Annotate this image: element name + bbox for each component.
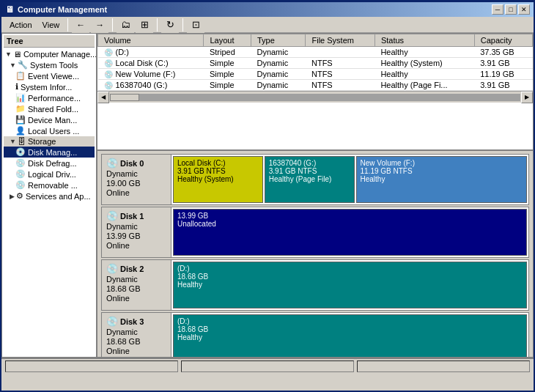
disk0-c-sub2: Healthy (System) [177,175,259,183]
disk2-size: 18.68 GB [106,284,166,293]
disk-row-1: 💿 Disk 1 Dynamic 13.99 GB Online 13.99 G… [101,207,529,258]
maximize-button[interactable]: □ [505,4,517,15]
disk3-type: Dynamic [106,328,166,336]
disk0-part-f[interactable]: New Volume (F:) 11.19 GB NTFS Healthy [356,156,528,203]
tree-label-diskdefrag: Disk Defrag... [28,159,77,168]
toolbar-extra[interactable]: ⊡ [187,17,204,33]
tree-item-performance[interactable]: 📊 Performance... [4,92,95,103]
disk0-part-g[interactable]: 16387040 (G:) 3.91 GB NTFS Healthy (Page… [265,156,355,203]
tree-item-logicaldriv[interactable]: 💿 Logical Driv... [4,169,95,180]
tree-label-localusers: Local Users ... [28,127,79,136]
tree-item-localusers[interactable]: 👤 Local Users ... [4,125,95,136]
disk-list-top: Volume Layout Type File System Status Ca… [97,34,533,151]
disk1-status: Online [106,241,166,250]
status-section-1 [5,360,178,372]
disk0-g-label: 16387040 (G:) [269,159,350,167]
menu-action[interactable]: Action [5,19,37,31]
tree-item-diskdefrag[interactable]: 💿 Disk Defrag... [4,158,95,169]
toolbar-separator [112,18,113,32]
disk0-size: 19.00 GB [106,179,166,188]
tree-item-deviceman[interactable]: 💾 Device Man... [4,114,95,125]
table-row[interactable]: 💿16387040 (G:) Simple Dynamic NTFS Healt… [98,80,533,91]
title-bar: 🖥 Computer Management ─ □ ✕ [1,2,534,17]
toolbar-forward[interactable]: → [91,17,108,33]
tree-item-removable[interactable]: 💿 Removable ... [4,180,95,191]
col-layout: Layout [204,34,251,47]
tree-label-services: Services and Ap... [26,192,91,201]
main-container: Tree ▼ 🖥 Computer Manage... ▼ 🔧 System T… [1,33,534,358]
tree-item-computer[interactable]: ▼ 🖥 Computer Manage... [4,49,95,59]
disk1-partitions: 13.99 GB Unallocated [171,207,528,257]
tree-item-sharedfolder[interactable]: 📁 Shared Fold... [4,103,95,114]
status-bar [1,358,534,374]
disk2-status: Online [106,294,166,303]
toolbar-refresh[interactable]: ↻ [161,17,179,33]
tree-item-diskmanag[interactable]: 💿 Disk Manag... [4,147,95,158]
row0-icon: 💿 [104,48,113,56]
sysinfo-icon: ℹ [15,82,18,92]
disk0-c-sub1: 3.91 GB NTFS [177,167,259,175]
tree-item-sysinfo[interactable]: ℹ System Infor... [4,81,95,92]
tree-label-performance: Performance... [28,94,81,103]
col-volume: Volume [98,34,204,47]
disk0-g-sub2: Healthy (Page File) [269,175,350,183]
tree-label-diskmanag: Disk Manag... [28,148,77,157]
tree-item-services[interactable]: ▶ ⚙ Services and Ap... [4,191,95,201]
menu-view[interactable]: View [38,19,64,31]
minimize-button[interactable]: ─ [492,4,503,15]
toolbar-back[interactable]: ← [72,17,89,33]
disk0-icon: 💿 [106,158,118,169]
disk3-part-d[interactable]: (D:) 18.68 GB Healthy [173,314,527,357]
toolbar-separator2 [157,18,158,32]
scroll-thumb[interactable] [110,94,139,101]
expand-icon: ▼ [10,62,16,69]
disk-visual-panel: 💿 Disk 0 Dynamic 19.00 GB Online Local D… [97,151,533,357]
disk0-type: Dynamic [106,169,166,178]
tree-item-systemtools[interactable]: ▼ 🔧 System Tools [4,59,95,70]
disk1-part-unalloc[interactable]: 13.99 GB Unallocated [173,209,527,256]
toolbar-grid[interactable]: ⊞ [136,17,153,33]
disk2-d-sub1: 18.68 GB [177,273,523,281]
diskmanag-icon: 💿 [15,147,26,157]
table-hscrollbar[interactable]: ◀ ▶ [97,91,533,103]
disk0-name: Disk 0 [120,159,144,168]
table-row[interactable]: 💿Local Disk (C:) Simple Dynamic NTFS Hea… [98,58,533,69]
close-button[interactable]: ✕ [518,4,530,15]
scroll-track [110,94,520,101]
tree-label-logicaldriv: Logical Driv... [28,170,76,179]
scroll-left-btn[interactable]: ◀ [97,92,109,103]
tree-label-eventviewer: Event Viewe... [28,72,79,81]
disk2-icon: 💿 [106,263,118,274]
toolbar-folder[interactable]: 🗂 [117,17,134,33]
tree-label-removable: Removable ... [28,181,78,190]
disk3-size: 18.68 GB [106,337,166,346]
table-row[interactable]: 💿(D:) Striped Dynamic Healthy 37.35 GB [98,47,533,58]
col-status: Status [374,34,474,47]
localusers-icon: 👤 [15,126,26,136]
disk-table: Volume Layout Type File System Status Ca… [97,34,533,91]
eventviewer-icon: 📋 [15,71,26,81]
tree-label-deviceman: Device Man... [28,116,77,125]
disk-row-2: 💿 Disk 2 Dynamic 18.68 GB Online (D:) 18… [101,259,529,311]
col-fs: File System [306,34,374,47]
row2-icon: 💿 [104,70,113,78]
performance-icon: 📊 [15,93,26,103]
tree-item-eventviewer[interactable]: 📋 Event Viewe... [4,70,95,81]
storage-icon: 🗄 [18,137,26,146]
window-title: Computer Management [18,5,107,14]
scroll-right-btn[interactable]: ▶ [521,92,533,103]
table-row[interactable]: 💿New Volume (F:) Simple Dynamic NTFS Hea… [98,69,533,80]
disk1-size: 13.99 GB [106,232,166,240]
deviceman-icon: 💾 [15,115,26,125]
tree-panel: Tree ▼ 🖥 Computer Manage... ▼ 🔧 System T… [2,34,97,357]
disk3-icon: 💿 [106,316,118,327]
tree-item-storage[interactable]: ▼ 🗄 Storage [4,136,95,147]
disk1-unalloc-sub1: Unallocated [177,220,523,228]
disk3-d-label: (D:) [177,317,523,325]
disk2-part-d[interactable]: (D:) 18.68 GB Healthy [173,262,527,308]
tree-label-sysinfo: System Infor... [21,83,72,92]
window: 🖥 Computer Management ─ □ ✕ Action View … [0,0,535,392]
disk3-name: Disk 3 [120,317,144,326]
disk3-d-sub1: 18.68 GB [177,325,523,333]
disk0-part-c[interactable]: Local Disk (C:) 3.91 GB NTFS Healthy (Sy… [173,156,263,203]
